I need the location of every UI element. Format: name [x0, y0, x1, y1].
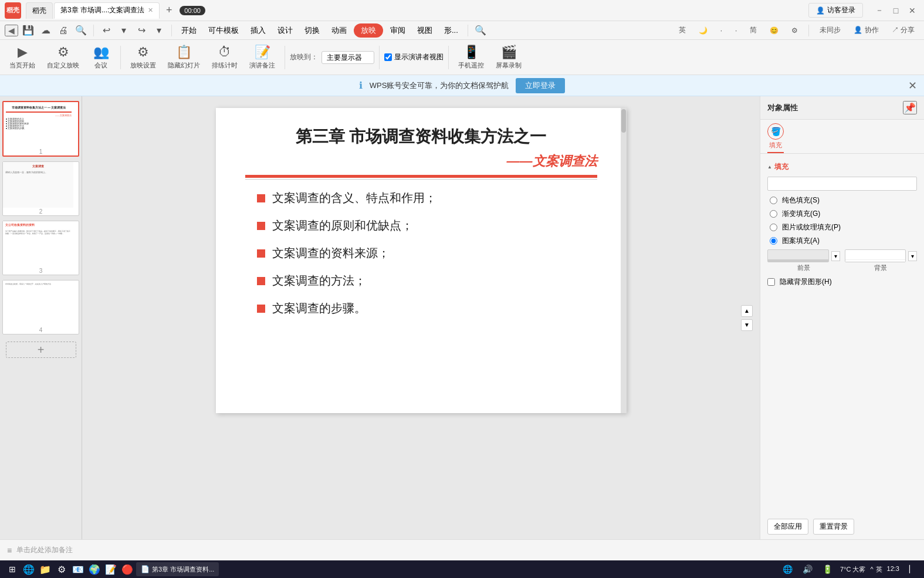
menu-templates[interactable]: 可牛模板 — [204, 23, 243, 38]
notification-close-button[interactable]: ✕ — [908, 79, 917, 92]
fill-radio-gradient[interactable] — [770, 210, 777, 218]
fill-option-gradient[interactable]: 渐变填充(G) — [770, 209, 917, 219]
fill-section-header[interactable]: 填充 — [767, 162, 917, 172]
fg-swatch-container[interactable] — [767, 249, 829, 262]
add-slide-button[interactable]: + — [6, 342, 76, 358]
print-icon[interactable]: 🖨 — [56, 23, 71, 38]
tab-inactive[interactable]: 稻壳 — [26, 2, 53, 19]
menu-design[interactable]: 设计 — [273, 23, 297, 38]
menu-view[interactable]: 视图 — [412, 23, 437, 38]
search-button[interactable]: 🔍 — [473, 23, 488, 38]
maximize-button[interactable]: □ — [889, 4, 903, 18]
canvas-scrollbar[interactable] — [621, 108, 627, 413]
menu-insert[interactable]: 插入 — [246, 23, 270, 38]
redo-dropdown[interactable]: ▾ — [151, 23, 167, 38]
taskbar-lang: 英 — [876, 565, 882, 574]
taskbar-wps-logo[interactable]: 🔴 — [120, 562, 135, 577]
save-icon[interactable]: 💾 — [21, 23, 36, 38]
toolbar-hide-slides[interactable]: 📋 隐藏幻灯片 — [163, 42, 205, 72]
hide-bg-checkbox[interactable] — [767, 278, 775, 286]
toolbar-meeting[interactable]: 👥 会议 — [86, 42, 116, 72]
fg-dropdown[interactable]: ▾ — [831, 251, 840, 261]
editor-nav-arrows: ▲ ▼ — [741, 305, 753, 331]
menu-separator-4 — [808, 25, 809, 36]
playto-select[interactable]: 主要显示器 — [321, 51, 374, 64]
toolbar-timer[interactable]: ⏱ 排练计时 — [207, 42, 242, 72]
redo-button[interactable]: ↪ — [134, 23, 149, 38]
notification-login-button[interactable]: 立即登录 — [516, 78, 565, 93]
menu-shape[interactable]: 形... — [439, 23, 463, 38]
menu-review[interactable]: 审阅 — [385, 23, 410, 38]
slide-thumb-3[interactable]: 文公司收集资料的资料 为了把产品融入流通市场，我们对了进行了的品…提供了的流通工… — [2, 221, 79, 275]
fill-radio-texture[interactable] — [770, 224, 777, 231]
toolbar-play-settings[interactable]: ⚙ 放映设置 — [126, 42, 161, 72]
taskbar-battery-icon[interactable]: 🔋 — [820, 562, 835, 577]
tab-close-icon[interactable]: ✕ — [148, 6, 153, 14]
zoom-icon[interactable]: 🔍 — [73, 23, 89, 38]
fill-option-solid[interactable]: 纯色填充(S) — [770, 195, 917, 205]
taskbar-clock: 7°C 大雾 — [840, 565, 866, 574]
playto-select-wrapper[interactable]: 主要显示器 — [321, 51, 374, 64]
taskbar-active-app[interactable]: 📄 第3章 市场调查资料... — [136, 562, 219, 576]
tab-add-button[interactable]: + — [161, 2, 177, 19]
undo-button[interactable]: ↩ — [99, 23, 114, 38]
fill-tab[interactable]: 🪣 填充 — [767, 123, 784, 153]
scroll-down-btn[interactable]: ▼ — [741, 319, 753, 331]
taskbar-settings[interactable]: ⚙ — [54, 562, 69, 577]
pin-button[interactable]: 📌 — [903, 101, 917, 114]
fill-option-texture[interactable]: 图片或纹理填充(P) — [770, 222, 917, 232]
start-button[interactable]: ⊞ — [5, 562, 20, 577]
toolbar-notes[interactable]: 📝 演讲备注 — [245, 42, 280, 72]
bg-swatch-container[interactable] — [845, 249, 906, 262]
slide-thumb-1-content: 市场调查资料收集方法之一 — 文案调查法 ——文案调查法 ■ 文案调查的含义 ■… — [4, 102, 74, 148]
close-button[interactable]: ✕ — [905, 4, 919, 18]
taskbar-mail[interactable]: 📧 — [70, 562, 86, 577]
dark-mode-btn[interactable]: 🌙 — [694, 25, 712, 36]
lang-btn[interactable]: 英 — [674, 23, 691, 37]
undo-dropdown[interactable]: ▾ — [116, 23, 131, 38]
menu-kaishi[interactable]: 开始 — [177, 23, 201, 38]
emoji-btn[interactable]: 😊 — [765, 25, 783, 36]
taskbar-volume-icon[interactable]: 🔊 — [800, 562, 815, 577]
fill-radio-pattern[interactable] — [770, 237, 777, 245]
dot-btn1[interactable]: · — [716, 25, 727, 36]
apply-all-button[interactable]: 全部应用 — [767, 519, 808, 535]
sync-btn[interactable]: 未同步 — [815, 23, 845, 37]
share-btn[interactable]: ↗ 分享 — [887, 23, 919, 37]
toolbar-phone-remote[interactable]: 📱 手机遥控 — [453, 42, 489, 72]
notes-placeholder-text[interactable]: 单击此处添加备注 — [16, 545, 73, 555]
collab-btn[interactable]: 👤 协作 — [849, 23, 883, 37]
slide-thumb-2[interactable]: 文案调查 调研人员选项一业，服务为使的推销上。 2 — [2, 161, 79, 216]
login-button[interactable]: 👤 访客登录 — [808, 3, 863, 18]
slide-thumb-1[interactable]: 市场调查资料收集方法之一 — 文案调查法 ——文案调查法 ■ 文案调查的含义 ■… — [2, 101, 79, 157]
taskbar-notes[interactable]: 📝 — [103, 562, 119, 577]
toolbar-current-page[interactable]: ▶ 当页开始 — [5, 42, 40, 72]
speaker-view-checkbox[interactable] — [384, 53, 392, 61]
dot-btn2[interactable]: · — [730, 25, 742, 36]
taskbar-browser[interactable]: 🌐 — [21, 562, 36, 577]
slide-bullet-4: 文案调查的方法； — [257, 273, 585, 289]
scroll-up-btn[interactable]: ▲ — [741, 305, 753, 317]
menu-animation[interactable]: 动画 — [327, 23, 351, 38]
menu-transition[interactable]: 切换 — [300, 23, 324, 38]
fill-option-hide-bg[interactable]: 隐藏背景图形(H) — [767, 277, 917, 287]
taskbar-edge[interactable]: 🌍 — [87, 562, 102, 577]
slide-thumb-4[interactable]: 对对此处点此框，享深入一有的过于，在在其入户研的方法 4 — [2, 280, 79, 334]
show-desktop-btn[interactable]: ▏ — [904, 562, 919, 577]
toolbar-custom-play[interactable]: ⚙ 自定义放映 — [42, 42, 84, 72]
reset-bg-button[interactable]: 重置背景 — [813, 519, 854, 535]
taskbar-files[interactable]: 📁 — [38, 562, 53, 577]
tab-active[interactable]: 第3章 市场调...:文案调查法 ✕ — [54, 2, 160, 19]
minimize-button[interactable]: － — [872, 4, 886, 18]
simplified-btn[interactable]: 简 — [745, 23, 761, 37]
bg-dropdown[interactable]: ▾ — [908, 251, 917, 261]
fill-option-pattern[interactable]: 图案填充(A) — [770, 236, 917, 246]
menu-back-arrow[interactable]: ◀ — [5, 25, 18, 36]
cloud-save-icon[interactable]: ☁ — [38, 23, 53, 38]
slide-canvas[interactable]: 第三章 市场调查资料收集方法之一 ——文案调查法 文案调查的含义、特点和作用； … — [216, 108, 627, 413]
taskbar-network-icon[interactable]: 🌐 — [780, 562, 796, 577]
menu-playback[interactable]: 放映 — [354, 23, 383, 38]
toolbar-screen-record[interactable]: 🎬 屏幕录制 — [491, 42, 526, 72]
settings-btn[interactable]: ⚙ — [787, 25, 803, 36]
fill-radio-solid[interactable] — [770, 197, 777, 204]
